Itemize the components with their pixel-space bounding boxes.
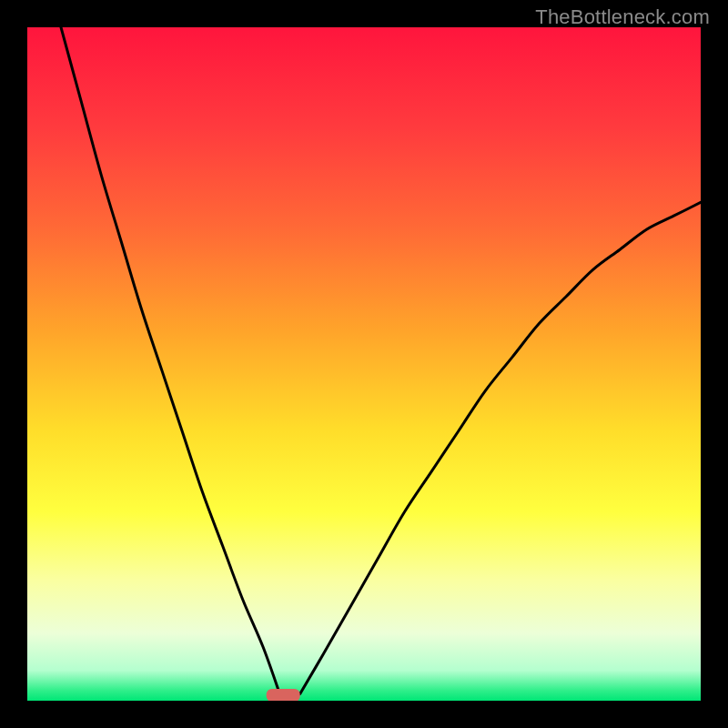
watermark-text: TheBottleneck.com <box>535 5 710 29</box>
bottleneck-curve-chart <box>27 27 701 701</box>
gradient-background <box>27 27 701 701</box>
optimum-marker <box>267 689 300 701</box>
plot-area <box>27 27 701 701</box>
chart-frame: TheBottleneck.com <box>0 0 728 728</box>
